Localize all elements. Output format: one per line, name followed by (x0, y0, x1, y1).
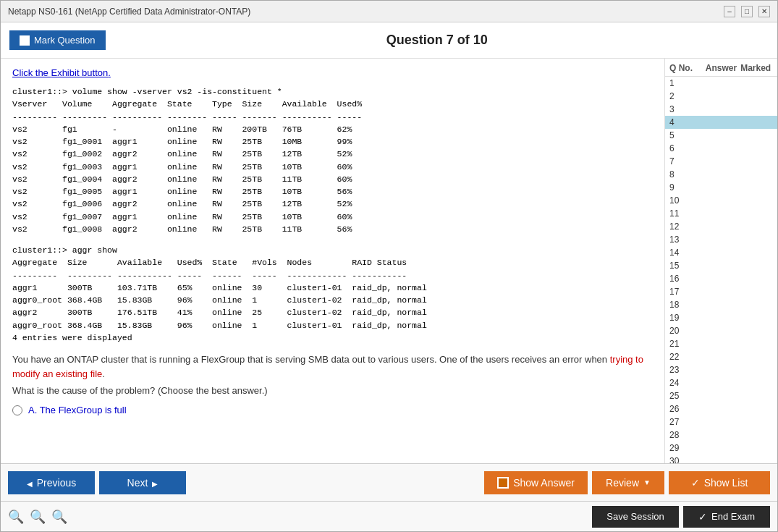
show-list-button[interactable]: ✓ Show List (669, 471, 770, 494)
review-arrow-icon: ▼ (643, 478, 651, 486)
footer-buttons: Previous Next Show Answer Review ▼ ✓ Sho… (1, 463, 777, 501)
sidebar-qno-28: 28 (669, 430, 704, 440)
review-label: Review (606, 477, 639, 489)
question-title: Question 7 of 10 (106, 33, 769, 48)
review-button[interactable]: Review ▼ (592, 471, 664, 494)
sidebar-row-10[interactable]: 10 (665, 194, 777, 207)
sidebar-qno-15: 15 (669, 261, 704, 271)
sidebar-row-6[interactable]: 6 (665, 142, 777, 155)
sidebar-row-18[interactable]: 18 (665, 298, 777, 311)
header-qno: Q No. (669, 63, 704, 73)
minimize-button[interactable]: – (724, 6, 735, 17)
show-answer-label: Show Answer (513, 477, 575, 489)
sidebar-qno-10: 10 (669, 195, 704, 206)
question-text: You have an ONTAP cluster that is runnin… (12, 352, 653, 381)
sidebar-qno-5: 5 (669, 130, 704, 140)
sidebar-header: Q No. Answer Marked (665, 60, 777, 77)
prev-label: Previous (37, 477, 76, 489)
show-list-label: Show List (704, 477, 748, 489)
sidebar-row-13[interactable]: 13 (665, 233, 777, 246)
sidebar-row-1[interactable]: 1 (665, 77, 777, 90)
sidebar-row-22[interactable]: 22 (665, 350, 777, 363)
sidebar-qno-13: 13 (669, 235, 704, 245)
code-block-2: cluster1::> aggr show Aggregate Size Ava… (12, 244, 653, 344)
sidebar-qno-18: 18 (669, 300, 704, 310)
sidebar-row-5[interactable]: 5 (665, 129, 777, 142)
sidebar-row-9[interactable]: 9 (665, 181, 777, 194)
sidebar-row-7[interactable]: 7 (665, 155, 777, 168)
previous-button[interactable]: Previous (8, 471, 95, 494)
sidebar-qno-29: 29 (669, 443, 704, 453)
sidebar-row-21[interactable]: 21 (665, 337, 777, 350)
window-controls: – □ ✕ (724, 6, 770, 17)
zoom-normal-button[interactable]: 🔍 (30, 509, 46, 525)
sidebar-row-11[interactable]: 11 (665, 207, 777, 220)
sidebar-qno-12: 12 (669, 221, 704, 232)
sidebar-row-8[interactable]: 8 (665, 168, 777, 181)
sub-question: What is the cause of the problem? (Choos… (12, 385, 653, 396)
sidebar-row-24[interactable]: 24 (665, 376, 777, 389)
sidebar-row-30[interactable]: 30 (665, 455, 777, 463)
sidebar-qno-25: 25 (669, 391, 704, 401)
zoom-out-button[interactable]: 🔍 (51, 509, 67, 525)
next-button[interactable]: Next (99, 471, 186, 494)
next-arrow-icon (152, 477, 158, 489)
sidebar-qno-24: 24 (669, 378, 704, 388)
bookmark-icon (20, 35, 30, 46)
header-marked: Marked (738, 63, 773, 73)
next-label: Next (127, 477, 148, 489)
prev-arrow-icon (27, 477, 33, 489)
sidebar-row-26[interactable]: 26 (665, 402, 777, 415)
content-area: Click the Exhibit button. cluster1::> vo… (1, 59, 665, 463)
bottom-right-buttons: Save Session ✓ End Exam (592, 506, 770, 528)
zoom-in-button[interactable]: 🔍 (8, 509, 24, 525)
sidebar-row-20[interactable]: 20 (665, 324, 777, 337)
sidebar-row-3[interactable]: 3 (665, 103, 777, 116)
sidebar-qno-7: 7 (669, 156, 704, 166)
sidebar-row-15[interactable]: 15 (665, 259, 777, 272)
sidebar-row-12[interactable]: 12 (665, 220, 777, 233)
title-bar: Netapp NS0-161 (NetApp Certified Data Ad… (1, 1, 777, 22)
sidebar-row-16[interactable]: 16 (665, 272, 777, 285)
answer-option-a[interactable]: A. The FlexGroup is full (12, 405, 653, 415)
main-window: Netapp NS0-161 (NetApp Certified Data Ad… (0, 0, 778, 532)
sidebar-qno-17: 17 (669, 287, 704, 297)
mark-question-label: Mark Question (34, 35, 96, 46)
show-answer-icon (497, 477, 509, 489)
sidebar-qno-19: 19 (669, 313, 704, 323)
sidebar-qno-30: 30 (669, 456, 704, 463)
sidebar-row-17[interactable]: 17 (665, 285, 777, 298)
exhibit-link[interactable]: Exhibit button (51, 67, 108, 78)
save-session-button[interactable]: Save Session (592, 506, 679, 528)
sidebar-qno-26: 26 (669, 404, 704, 414)
sidebar-row-28[interactable]: 28 (665, 428, 777, 442)
sidebar-row-2[interactable]: 2 (665, 90, 777, 103)
sidebar-row-27[interactable]: 27 (665, 415, 777, 428)
window-title: Netapp NS0-161 (NetApp Certified Data Ad… (8, 7, 250, 17)
answer-radio-a[interactable] (12, 405, 22, 415)
sidebar-qno-20: 20 (669, 326, 704, 336)
sidebar-qno-16: 16 (669, 274, 704, 284)
sidebar-qno-8: 8 (669, 169, 704, 180)
sidebar-row-14[interactable]: 14 (665, 246, 777, 259)
mark-question-button[interactable]: Mark Question (9, 30, 106, 50)
sidebar-qno-27: 27 (669, 417, 704, 427)
sidebar-row-29[interactable]: 29 (665, 442, 777, 455)
code-block-1: cluster1::> volume show -vserver vs2 -is… (12, 85, 653, 235)
sidebar-qno-23: 23 (669, 365, 704, 375)
main-area: Click the Exhibit button. cluster1::> vo… (1, 59, 777, 463)
sidebar-qno-22: 22 (669, 352, 704, 362)
show-answer-button[interactable]: Show Answer (484, 471, 588, 494)
sidebar-row-4[interactable]: 4 (665, 116, 777, 129)
show-list-check-icon: ✓ (691, 477, 700, 489)
sidebar-row-23[interactable]: 23 (665, 363, 777, 376)
footer-bottom: 🔍 🔍 🔍 Save Session ✓ End Exam (1, 501, 777, 531)
sidebar-row-25[interactable]: 25 (665, 389, 777, 402)
sidebar-qno-1: 1 (669, 78, 704, 88)
close-button[interactable]: ✕ (758, 6, 770, 17)
sidebar-row-19[interactable]: 19 (665, 311, 777, 324)
end-exam-button[interactable]: ✓ End Exam (683, 506, 770, 528)
sidebar-qno-21: 21 (669, 339, 704, 349)
answer-a-text: A. The FlexGroup is full (28, 405, 127, 415)
maximize-button[interactable]: □ (741, 6, 753, 17)
